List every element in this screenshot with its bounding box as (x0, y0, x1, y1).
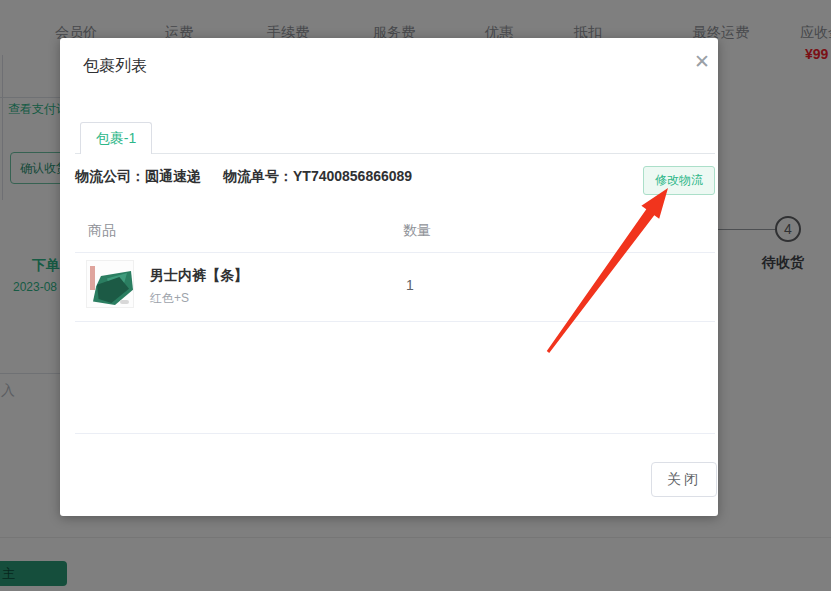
dialog-title: 包裹列表 (83, 56, 147, 77)
product-quantity: 1 (406, 277, 414, 293)
package-list-dialog: 包裹列表 ✕ 包裹-1 物流公司：圆通速递物流单号：YT740085686608… (60, 38, 718, 516)
tracking-number-value: YT7400856866089 (293, 168, 412, 184)
product-spec: 红色+S (150, 290, 189, 307)
close-icon[interactable]: ✕ (694, 52, 710, 71)
table-header-product: 商品 (88, 222, 116, 240)
table-row-border (75, 321, 715, 322)
logistics-company-label: 物流公司： (75, 168, 145, 184)
tab-package-1[interactable]: 包裹-1 (80, 122, 152, 154)
close-button[interactable]: 关闭 (651, 462, 717, 497)
tracking-number-label: 物流单号： (223, 168, 293, 184)
table-header-quantity: 数量 (403, 222, 431, 240)
logistics-company-value: 圆通速递 (145, 168, 201, 184)
product-name: 男士内裤【条】 (150, 267, 248, 285)
table-header-border (75, 252, 715, 253)
edit-logistics-button[interactable]: 修改物流 (643, 166, 715, 195)
product-thumbnail (86, 260, 134, 308)
table-bottom-border (75, 433, 715, 434)
screen: 会员价 运费 手续费 服务费 优惠 抵扣 最终运费 应收金额 ¥99 查看支付记… (0, 0, 831, 591)
tab-bar-border (75, 153, 715, 154)
logistics-info: 物流公司：圆通速递物流单号：YT7400856866089 (75, 168, 412, 186)
